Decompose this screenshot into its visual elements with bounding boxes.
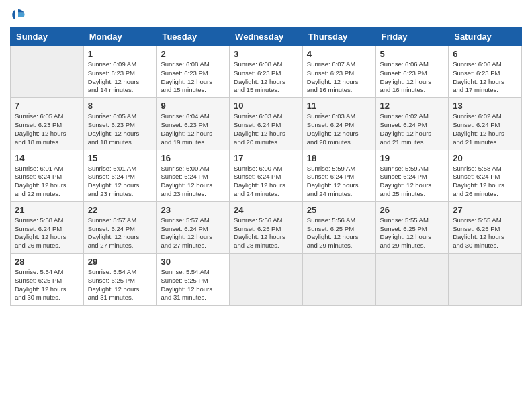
calendar-cell: 14Sunrise: 6:01 AM Sunset: 6:24 PM Dayli…: [11, 150, 84, 201]
weekday-header-saturday: Saturday: [449, 28, 522, 46]
day-number: 8: [88, 101, 152, 111]
weekday-header-sunday: Sunday: [11, 28, 84, 46]
calendar-cell: 12Sunrise: 6:02 AM Sunset: 6:24 PM Dayli…: [375, 98, 449, 150]
day-number: 18: [307, 153, 371, 163]
day-info: Sunrise: 6:05 AM Sunset: 6:23 PM Dayligh…: [15, 112, 79, 146]
day-info: Sunrise: 5:58 AM Sunset: 6:24 PM Dayligh…: [15, 216, 79, 250]
day-info: Sunrise: 5:59 AM Sunset: 6:24 PM Dayligh…: [307, 165, 371, 199]
calendar-cell: 15Sunrise: 6:01 AM Sunset: 6:24 PM Dayli…: [83, 150, 157, 201]
weekday-header-tuesday: Tuesday: [157, 28, 230, 46]
day-number: 16: [161, 153, 225, 163]
calendar-cell: [302, 254, 375, 306]
calendar-cell: 17Sunrise: 6:00 AM Sunset: 6:24 PM Dayli…: [230, 150, 303, 201]
calendar-cell: 6Sunrise: 6:06 AM Sunset: 6:23 PM Daylig…: [449, 46, 522, 98]
calendar-cell: 23Sunrise: 5:57 AM Sunset: 6:24 PM Dayli…: [157, 201, 230, 253]
day-info: Sunrise: 6:03 AM Sunset: 6:24 PM Dayligh…: [307, 112, 371, 146]
calendar-cell: 16Sunrise: 6:00 AM Sunset: 6:24 PM Dayli…: [157, 150, 230, 201]
logo-icon: [10, 7, 26, 23]
day-number: 17: [234, 153, 298, 163]
calendar-cell: 13Sunrise: 6:02 AM Sunset: 6:24 PM Dayli…: [449, 98, 522, 150]
day-number: 14: [15, 153, 79, 163]
weekday-header-thursday: Thursday: [302, 28, 375, 46]
calendar-cell: 5Sunrise: 6:06 AM Sunset: 6:23 PM Daylig…: [375, 46, 449, 98]
day-info: Sunrise: 6:08 AM Sunset: 6:23 PM Dayligh…: [161, 60, 225, 95]
weekday-row: SundayMondayTuesdayWednesdayThursdayFrid…: [11, 28, 522, 46]
main-container: SundayMondayTuesdayWednesdayThursdayFrid…: [0, 0, 532, 312]
day-info: Sunrise: 5:55 AM Sunset: 6:25 PM Dayligh…: [380, 216, 445, 250]
calendar-week-5: 28Sunrise: 5:54 AM Sunset: 6:25 PM Dayli…: [11, 254, 522, 306]
day-info: Sunrise: 5:58 AM Sunset: 6:24 PM Dayligh…: [453, 165, 517, 199]
day-number: 2: [161, 49, 225, 59]
day-info: Sunrise: 5:54 AM Sunset: 6:25 PM Dayligh…: [161, 268, 225, 302]
calendar-cell: 20Sunrise: 5:58 AM Sunset: 6:24 PM Dayli…: [449, 150, 522, 201]
day-info: Sunrise: 6:08 AM Sunset: 6:23 PM Dayligh…: [234, 60, 298, 95]
day-number: 10: [234, 101, 298, 111]
calendar-cell: [11, 46, 84, 98]
calendar-body: 1Sunrise: 6:09 AM Sunset: 6:23 PM Daylig…: [11, 46, 522, 306]
calendar-cell: [230, 254, 303, 306]
calendar-cell: 30Sunrise: 5:54 AM Sunset: 6:25 PM Dayli…: [157, 254, 230, 306]
header: [10, 7, 522, 23]
day-info: Sunrise: 5:57 AM Sunset: 6:24 PM Dayligh…: [161, 216, 225, 250]
day-number: 7: [15, 101, 79, 111]
day-number: 30: [161, 257, 225, 267]
calendar-cell: [449, 254, 522, 306]
day-number: 20: [453, 153, 517, 163]
calendar-table: SundayMondayTuesdayWednesdayThursdayFrid…: [10, 27, 522, 306]
day-info: Sunrise: 6:00 AM Sunset: 6:24 PM Dayligh…: [161, 165, 225, 199]
calendar-cell: 19Sunrise: 5:59 AM Sunset: 6:24 PM Dayli…: [375, 150, 449, 201]
calendar-week-4: 21Sunrise: 5:58 AM Sunset: 6:24 PM Dayli…: [11, 201, 522, 253]
day-info: Sunrise: 5:59 AM Sunset: 6:24 PM Dayligh…: [380, 165, 445, 199]
day-number: 22: [88, 205, 152, 215]
calendar-header: SundayMondayTuesdayWednesdayThursdayFrid…: [11, 28, 522, 46]
day-number: 27: [453, 205, 517, 215]
day-info: Sunrise: 6:05 AM Sunset: 6:23 PM Dayligh…: [88, 112, 152, 146]
weekday-header-monday: Monday: [83, 28, 157, 46]
day-info: Sunrise: 5:56 AM Sunset: 6:25 PM Dayligh…: [234, 216, 298, 250]
calendar-cell: 11Sunrise: 6:03 AM Sunset: 6:24 PM Dayli…: [302, 98, 375, 150]
day-info: Sunrise: 6:07 AM Sunset: 6:23 PM Dayligh…: [307, 60, 371, 95]
calendar-cell: 1Sunrise: 6:09 AM Sunset: 6:23 PM Daylig…: [83, 46, 157, 98]
day-number: 13: [453, 101, 517, 111]
calendar-cell: 9Sunrise: 6:04 AM Sunset: 6:23 PM Daylig…: [157, 98, 230, 150]
day-info: Sunrise: 5:56 AM Sunset: 6:25 PM Dayligh…: [307, 216, 371, 250]
day-number: 11: [307, 101, 371, 111]
weekday-header-friday: Friday: [375, 28, 449, 46]
day-info: Sunrise: 6:00 AM Sunset: 6:24 PM Dayligh…: [234, 165, 298, 199]
weekday-header-wednesday: Wednesday: [230, 28, 303, 46]
day-info: Sunrise: 6:04 AM Sunset: 6:23 PM Dayligh…: [161, 112, 225, 146]
day-info: Sunrise: 6:06 AM Sunset: 6:23 PM Dayligh…: [453, 60, 517, 95]
day-number: 12: [380, 101, 445, 111]
day-info: Sunrise: 6:06 AM Sunset: 6:23 PM Dayligh…: [380, 60, 445, 95]
calendar-cell: 21Sunrise: 5:58 AM Sunset: 6:24 PM Dayli…: [11, 201, 84, 253]
calendar-cell: 25Sunrise: 5:56 AM Sunset: 6:25 PM Dayli…: [302, 201, 375, 253]
calendar-week-2: 7Sunrise: 6:05 AM Sunset: 6:23 PM Daylig…: [11, 98, 522, 150]
day-info: Sunrise: 5:54 AM Sunset: 6:25 PM Dayligh…: [88, 268, 152, 302]
calendar-week-1: 1Sunrise: 6:09 AM Sunset: 6:23 PM Daylig…: [11, 46, 522, 98]
day-info: Sunrise: 6:09 AM Sunset: 6:23 PM Dayligh…: [88, 60, 152, 95]
calendar-cell: 10Sunrise: 6:03 AM Sunset: 6:24 PM Dayli…: [230, 98, 303, 150]
day-number: 3: [234, 49, 298, 59]
calendar-cell: 18Sunrise: 5:59 AM Sunset: 6:24 PM Dayli…: [302, 150, 375, 201]
calendar-cell: 29Sunrise: 5:54 AM Sunset: 6:25 PM Dayli…: [83, 254, 157, 306]
day-info: Sunrise: 6:03 AM Sunset: 6:24 PM Dayligh…: [234, 112, 298, 146]
day-number: 26: [380, 205, 445, 215]
day-info: Sunrise: 6:01 AM Sunset: 6:24 PM Dayligh…: [88, 165, 152, 199]
day-info: Sunrise: 5:54 AM Sunset: 6:25 PM Dayligh…: [15, 268, 79, 302]
day-info: Sunrise: 6:01 AM Sunset: 6:24 PM Dayligh…: [15, 165, 79, 199]
day-info: Sunrise: 6:02 AM Sunset: 6:24 PM Dayligh…: [453, 112, 517, 146]
calendar-cell: [375, 254, 449, 306]
calendar-cell: 3Sunrise: 6:08 AM Sunset: 6:23 PM Daylig…: [230, 46, 303, 98]
day-number: 19: [380, 153, 445, 163]
calendar-cell: 4Sunrise: 6:07 AM Sunset: 6:23 PM Daylig…: [302, 46, 375, 98]
day-number: 1: [88, 49, 152, 59]
day-number: 29: [88, 257, 152, 267]
day-number: 24: [234, 205, 298, 215]
day-number: 23: [161, 205, 225, 215]
calendar-cell: 28Sunrise: 5:54 AM Sunset: 6:25 PM Dayli…: [11, 254, 84, 306]
day-info: Sunrise: 5:55 AM Sunset: 6:25 PM Dayligh…: [453, 216, 517, 250]
calendar-cell: 8Sunrise: 6:05 AM Sunset: 6:23 PM Daylig…: [83, 98, 157, 150]
logo: [10, 7, 29, 23]
day-number: 25: [307, 205, 371, 215]
day-info: Sunrise: 6:02 AM Sunset: 6:24 PM Dayligh…: [380, 112, 445, 146]
